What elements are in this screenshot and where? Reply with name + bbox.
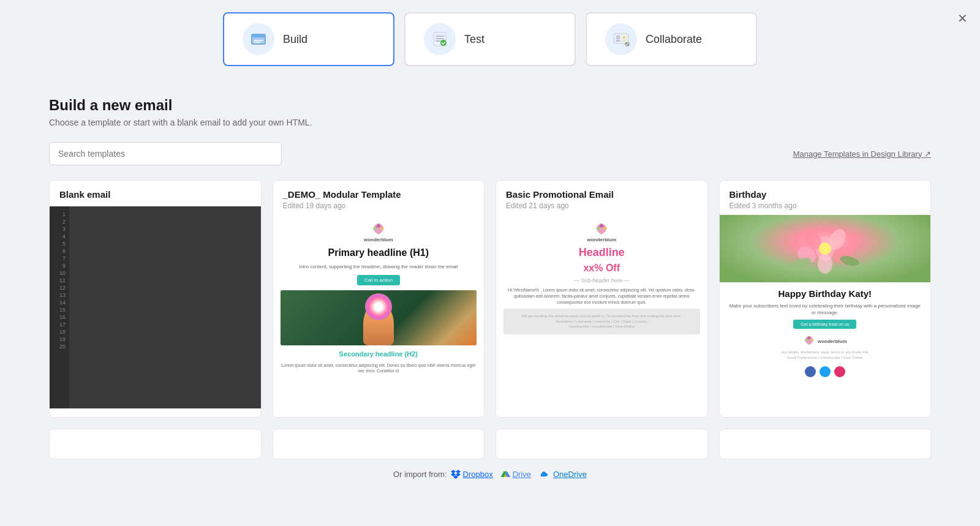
svg-rect-1 xyxy=(252,34,265,37)
search-input[interactable] xyxy=(49,142,282,165)
collaborate-tab-icon xyxy=(605,23,637,55)
template-edited: Edited 3 months ago xyxy=(729,201,921,210)
preview-image xyxy=(281,290,477,345)
twitter-icon xyxy=(820,366,831,377)
birthday-footer: any details, disclaimers, legal, terms o… xyxy=(776,350,873,360)
templates-grid: Blank email 1 2 3 4 5 6 7 9 10 11 xyxy=(49,180,931,418)
svg-point-8 xyxy=(440,40,447,46)
birthday-cta: Get a birthday treat on us xyxy=(793,320,856,329)
template-name: _DEMO_ Modular Template xyxy=(283,189,475,200)
templates-grid-bottom xyxy=(49,429,931,459)
template-edited: Edited 19 days ago xyxy=(283,201,475,210)
onedrive-label: OneDrive xyxy=(553,470,587,479)
onedrive-link[interactable]: OneDrive xyxy=(538,470,587,479)
template-card-header: Birthday Edited 3 months ago xyxy=(720,181,931,215)
preview-body-text2: Lorem ipsum dolor sit amet, consectetur … xyxy=(281,363,477,374)
promo-offer: xx% Off xyxy=(583,263,620,274)
template-preview-modular: wonderblum Primary headline (H1) Intro c… xyxy=(273,215,484,417)
dropbox-label: Dropbox xyxy=(463,470,493,479)
promo-headline: Headline xyxy=(579,246,625,259)
tab-collaborate[interactable]: Collaborate xyxy=(586,12,757,66)
svg-point-22 xyxy=(818,254,832,274)
tab-test[interactable]: Test xyxy=(404,12,576,66)
main-content: Build a new email Choose a template or s… xyxy=(0,78,980,497)
template-card-plain-text[interactable] xyxy=(719,429,932,459)
template-preview-promo: wonderblum Headline xx% Off — Sub-header… xyxy=(496,215,707,417)
tab-build[interactable]: Build xyxy=(223,12,394,66)
manage-templates-link[interactable]: Manage Templates in Design Library ↗ xyxy=(793,149,931,159)
promo-footer: We are sending this email because you've… xyxy=(503,309,700,334)
drive-label: Drive xyxy=(513,470,531,479)
facebook-icon xyxy=(805,366,816,377)
template-card-header: Basic Promotional Email Edited 21 days a… xyxy=(496,181,707,215)
birthday-body: Make your subscribers feel loved by cele… xyxy=(728,302,922,316)
preview-body-text: Intro content, supporting the headline, … xyxy=(299,263,458,270)
template-card-custom-html[interactable] xyxy=(49,429,262,459)
import-row: Or import from: Dropbox xyxy=(49,459,931,485)
svg-point-11 xyxy=(617,36,619,39)
instagram-icon xyxy=(834,366,845,377)
tab-test-label: Test xyxy=(464,33,484,46)
template-card-birthday[interactable]: Birthday Edited 3 months ago xyxy=(719,180,932,418)
template-name: Birthday xyxy=(729,189,921,200)
svg-rect-9 xyxy=(614,34,628,43)
preview-h1: Primary headline (H1) xyxy=(328,247,429,258)
svg-rect-12 xyxy=(616,40,620,42)
template-card-promo[interactable]: Basic Promotional Email Edited 21 days a… xyxy=(496,180,708,418)
template-edited: Edited 21 days ago xyxy=(506,201,698,210)
birthday-title: Happy Birthday Katy! xyxy=(778,288,872,299)
page-title: Build a new email xyxy=(49,97,931,114)
preview-h2: Secondary headline (H2) xyxy=(339,350,418,358)
promo-sub: — Sub-header here — xyxy=(574,277,630,284)
template-card-blank[interactable]: Blank email 1 2 3 4 5 6 7 9 10 11 xyxy=(49,180,262,418)
svg-point-23 xyxy=(819,242,831,255)
tab-build-label: Build xyxy=(283,33,307,46)
template-name: Blank email xyxy=(59,189,251,200)
birthday-logo: wonderblum xyxy=(803,335,847,346)
template-card-header: Blank email xyxy=(50,181,261,206)
template-preview-blank: 1 2 3 4 5 6 7 9 10 11 12 13 14 15 xyxy=(50,206,261,408)
drive-link[interactable]: Drive xyxy=(500,470,531,479)
search-row: Manage Templates in Design Library ↗ xyxy=(49,142,931,165)
tabs-row: Build Test xyxy=(0,0,980,78)
svg-rect-14 xyxy=(622,40,626,41)
template-card-product-update[interactable] xyxy=(496,429,708,459)
line-numbers: 1 2 3 4 5 6 7 9 10 11 12 13 14 15 xyxy=(50,206,69,408)
page-subtitle: Choose a template or start with a blank … xyxy=(49,118,931,127)
dropbox-link[interactable]: Dropbox xyxy=(451,469,493,479)
birthday-flower-image xyxy=(720,215,931,282)
tab-collaborate-label: Collaborate xyxy=(646,33,702,46)
template-name: Basic Promotional Email xyxy=(506,189,698,200)
birthday-content: Happy Birthday Katy! Make your subscribe… xyxy=(720,282,931,417)
close-button[interactable]: ✕ xyxy=(957,11,968,26)
preview-promo-logo: wonderblum xyxy=(587,222,616,242)
test-tab-icon xyxy=(424,23,456,55)
template-preview-birthday: Happy Birthday Katy! Make your subscribe… xyxy=(720,215,931,417)
preview-cta: Call to action xyxy=(357,275,400,285)
template-card-header: _DEMO_ Modular Template Edited 19 days a… xyxy=(273,181,484,215)
preview-logo: wonderblum xyxy=(364,222,393,242)
social-icons-row xyxy=(805,366,845,377)
build-tab-icon xyxy=(243,23,274,55)
promo-body: Hi %firstName% , Lorem ipsum dolor sit a… xyxy=(503,287,700,305)
template-card-eml-invite[interactable] xyxy=(273,429,485,459)
svg-point-13 xyxy=(623,36,625,39)
template-card-demo-modular[interactable]: _DEMO_ Modular Template Edited 19 days a… xyxy=(273,180,485,418)
import-label: Or import from: xyxy=(393,470,447,479)
